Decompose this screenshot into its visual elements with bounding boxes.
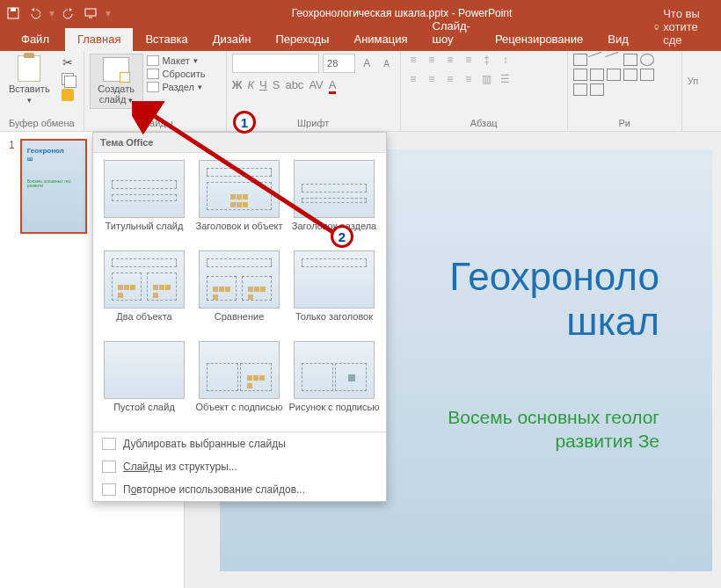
- tab-slideshow[interactable]: Слайд-шоу: [420, 15, 483, 51]
- layout-title-only[interactable]: Только заголовок: [287, 250, 382, 334]
- group-drawing: Ри: [568, 51, 682, 131]
- indent-inc-icon[interactable]: ≡: [462, 54, 476, 66]
- qat-separator: ▾: [49, 7, 55, 19]
- section-icon: [147, 82, 159, 92]
- save-icon[interactable]: [7, 7, 19, 19]
- redo-icon[interactable]: [63, 7, 76, 19]
- font-family-select[interactable]: [232, 54, 319, 73]
- shape-more[interactable]: [590, 69, 604, 81]
- font-size-select[interactable]: 28: [323, 54, 355, 73]
- new-slide-gallery: Тема Office Титульный слайд Заголовок и …: [92, 132, 387, 502]
- font-size-value: 28: [327, 58, 338, 69]
- align-center-icon[interactable]: ≡: [425, 73, 439, 85]
- shape-connector[interactable]: [640, 69, 654, 81]
- bullets-icon[interactable]: ≡: [406, 54, 420, 66]
- underline-button[interactable]: Ч: [259, 78, 267, 91]
- section-button[interactable]: Раздел ▾: [147, 82, 221, 92]
- outline-icon: [102, 461, 116, 473]
- reset-button[interactable]: Сбросить: [147, 69, 221, 79]
- tab-file[interactable]: Файл: [5, 28, 65, 51]
- shape-rectangle[interactable]: [573, 54, 587, 66]
- tab-transitions[interactable]: Переходы: [263, 28, 341, 51]
- align-left-icon[interactable]: ≡: [406, 73, 420, 85]
- titlebar: ▾ ▾ Геохронологическая шкала.pptx - Powe…: [0, 0, 721, 26]
- duplicate-slides-button[interactable]: Дублировать выбранные слайды: [93, 432, 386, 455]
- tab-review[interactable]: Рецензирование: [483, 28, 595, 51]
- svg-point-4: [654, 25, 658, 28]
- indent-dec-icon[interactable]: ≡: [443, 54, 457, 66]
- shape-callout[interactable]: [607, 69, 621, 81]
- paste-button[interactable]: Вставить ▾: [5, 54, 54, 106]
- tell-me-search[interactable]: Что вы хотите сде: [646, 3, 721, 51]
- chevron-down-icon: ▾: [27, 96, 32, 105]
- new-slide-icon: [103, 57, 129, 82]
- slide-thumbnail-1[interactable]: Геохронол ш Восемь основных гео развити: [20, 139, 87, 234]
- chevron-down-icon: ▾: [193, 56, 198, 65]
- shape-arrow[interactable]: [573, 69, 587, 81]
- ribbon-tabs: Файл Главная Вставка Дизайн Переходы Ани…: [0, 26, 721, 51]
- outline-label-b: из структуры...: [163, 461, 237, 473]
- bold-button[interactable]: Ж: [232, 78, 243, 91]
- section-label: Раздел: [163, 82, 194, 92]
- start-slideshow-icon[interactable]: [84, 7, 97, 19]
- layout-button[interactable]: Макет ▾: [147, 55, 221, 66]
- layout-comparison[interactable]: Сравнение: [192, 250, 287, 334]
- layout-two-content[interactable]: Два объекта: [97, 250, 192, 334]
- group-drawing-label: Ри: [573, 117, 676, 129]
- tab-design[interactable]: Дизайн: [200, 28, 264, 51]
- italic-button[interactable]: К: [247, 78, 254, 91]
- decrease-font-icon[interactable]: A: [378, 54, 394, 73]
- duplicate-icon: [102, 438, 116, 450]
- group-clipboard-label: Буфер обмена: [5, 117, 78, 129]
- layout-title-content[interactable]: Заголовок и объект: [192, 160, 287, 243]
- bulb-icon: [653, 21, 659, 33]
- columns-icon[interactable]: ▥: [480, 73, 494, 85]
- shadow-button[interactable]: abc: [285, 78, 303, 91]
- reuse-slides-button[interactable]: Повторное использование слайдов...: [93, 478, 386, 501]
- line-spacing-icon[interactable]: ‡: [480, 54, 494, 66]
- shape-line[interactable]: [588, 52, 606, 69]
- new-slide-button[interactable]: Создать слайд ▾: [90, 54, 143, 109]
- svg-rect-5: [655, 28, 657, 29]
- tab-insert[interactable]: Вставка: [133, 28, 200, 51]
- quick-access-toolbar: ▾ ▾: [0, 7, 118, 19]
- spacing-button[interactable]: AV: [309, 78, 323, 91]
- layout-label: Титульный слайд: [106, 221, 184, 243]
- layout-label: Заголовок раздела: [292, 221, 376, 243]
- tab-home[interactable]: Главная: [65, 28, 133, 51]
- layout-content-caption[interactable]: Объект с подписью: [192, 341, 287, 425]
- shape-curve[interactable]: [623, 69, 637, 81]
- layout-label: Макет: [163, 55, 190, 66]
- copy-icon[interactable]: [62, 73, 74, 85]
- font-color-button[interactable]: A: [329, 78, 337, 91]
- shape-ellipse[interactable]: [640, 54, 654, 66]
- numbering-icon[interactable]: ≡: [425, 54, 439, 66]
- layout-label: Объект с подписью: [196, 402, 283, 425]
- layout-section-header[interactable]: Заголовок раздела: [287, 160, 382, 243]
- reset-label: Сбросить: [163, 69, 206, 79]
- strike-button[interactable]: S: [273, 78, 280, 91]
- layout-picture-caption[interactable]: Рисунок с подписью: [287, 341, 382, 425]
- chevron-down-icon: ▾: [128, 96, 133, 105]
- shape-line-arrow[interactable]: [605, 52, 623, 69]
- shape-rect2[interactable]: [623, 54, 637, 66]
- shape-star[interactable]: [573, 83, 587, 96]
- text-direction-icon[interactable]: ↕: [499, 54, 513, 66]
- format-painter-icon[interactable]: [62, 89, 74, 101]
- layout-blank[interactable]: Пустой слайд: [97, 341, 192, 425]
- align-right-icon[interactable]: ≡: [443, 73, 457, 85]
- paste-label: Вставить: [9, 83, 50, 94]
- align-justify-icon[interactable]: ≡: [462, 73, 476, 85]
- layout-label: Рисунок с подписью: [289, 402, 380, 425]
- shape-brace[interactable]: [590, 83, 604, 96]
- undo-icon[interactable]: [28, 7, 40, 19]
- increase-font-icon[interactable]: A: [359, 54, 375, 73]
- tab-view[interactable]: Вид: [595, 28, 641, 51]
- tab-animations[interactable]: Анимация: [341, 28, 419, 51]
- qat-dropdown-icon[interactable]: ▾: [106, 7, 111, 19]
- cut-icon[interactable]: ✂: [62, 55, 73, 69]
- layout-title-slide[interactable]: Титульный слайд: [97, 160, 192, 243]
- group-clipboard: Вставить ▾ ✂ Буфер обмена: [0, 51, 84, 131]
- slides-from-outline-button[interactable]: Слайды из структуры...: [93, 455, 386, 478]
- convert-smartart-icon[interactable]: ☰: [499, 73, 513, 85]
